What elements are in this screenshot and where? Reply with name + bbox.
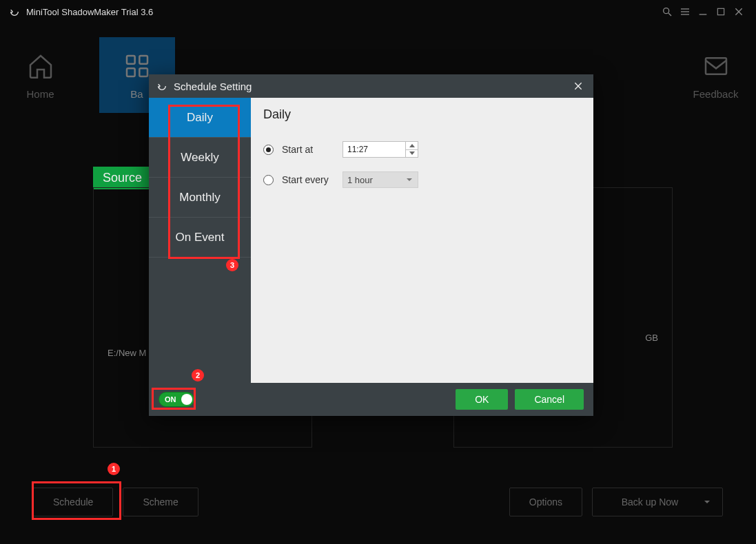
start-every-select[interactable]: 1 hour	[343, 171, 418, 188]
close-icon[interactable]	[730, 3, 748, 21]
svg-rect-6	[717, 8, 724, 14]
options-button[interactable]: Options	[509, 488, 582, 516]
dialog-content: Daily Start at 11:27 Start every 1 hour	[251, 98, 593, 383]
svg-rect-9	[127, 56, 135, 64]
schedule-button[interactable]: Schedule	[33, 488, 113, 516]
tab-monthly[interactable]: Monthly	[149, 178, 251, 218]
start-at-label: Start at	[282, 144, 334, 155]
spin-up-icon	[406, 142, 418, 149]
start-every-radio[interactable]	[263, 175, 274, 185]
start-at-time-input[interactable]: 11:27	[343, 141, 418, 158]
destination-size: GB	[645, 333, 658, 343]
nav-home[interactable]: Home	[3, 37, 79, 113]
spin-down-icon	[406, 149, 418, 158]
dialog-side-tabs: Daily Weekly Monthly On Event	[149, 98, 251, 383]
source-label: Source	[93, 167, 152, 189]
feedback-icon	[701, 51, 731, 81]
tab-daily[interactable]: Daily	[149, 98, 251, 138]
dialog-title: Schedule Setting	[174, 81, 252, 92]
svg-rect-11	[127, 68, 135, 76]
svg-line-1	[668, 13, 671, 16]
maximize-icon[interactable]	[712, 3, 730, 21]
nav-feedback-label: Feedback	[693, 88, 739, 100]
app-title: MiniTool ShadowMaker Trial 3.6	[26, 7, 153, 17]
home-icon	[25, 51, 56, 81]
dialog-footer: ON OK Cancel	[149, 383, 593, 416]
cancel-button[interactable]: Cancel	[515, 389, 584, 410]
start-at-value: 11:27	[343, 142, 405, 157]
content-heading: Daily	[263, 107, 581, 122]
backup-now-button[interactable]: Back up Now	[592, 488, 723, 516]
start-at-radio[interactable]	[263, 145, 274, 155]
schedule-dialog: Schedule Setting Daily Weekly Monthly On…	[149, 74, 593, 416]
tab-weekly[interactable]: Weekly	[149, 138, 251, 178]
annotation-marker-1: 1	[108, 463, 120, 475]
dialog-logo-icon	[156, 80, 168, 92]
nav-backup-label: Ba	[130, 88, 143, 100]
scheme-button[interactable]: Scheme	[123, 488, 198, 516]
svg-rect-10	[139, 56, 147, 64]
source-path: E:/New M	[108, 348, 146, 358]
time-spinner[interactable]	[405, 142, 418, 157]
svg-rect-12	[139, 68, 147, 76]
start-at-row: Start at 11:27	[263, 141, 581, 158]
schedule-toggle[interactable]: ON	[159, 392, 194, 407]
menu-icon[interactable]	[676, 3, 694, 21]
backup-icon	[122, 51, 152, 81]
start-every-row: Start every 1 hour	[263, 171, 581, 188]
svg-rect-13	[706, 58, 726, 74]
start-every-label: Start every	[282, 174, 334, 185]
dialog-titlebar: Schedule Setting	[149, 74, 593, 98]
app-logo-icon	[8, 6, 21, 18]
titlebar: MiniTool ShadowMaker Trial 3.6	[0, 0, 756, 23]
nav-home-label: Home	[26, 88, 54, 100]
tab-onevent[interactable]: On Event	[149, 218, 251, 258]
ok-button[interactable]: OK	[456, 389, 508, 410]
bottom-bar: Schedule Scheme Options Back up Now	[33, 488, 723, 516]
nav-feedback[interactable]: Feedback	[678, 37, 754, 113]
minimize-icon[interactable]	[694, 3, 712, 21]
search-icon[interactable]	[658, 3, 676, 21]
svg-point-0	[664, 8, 669, 14]
dialog-close-icon[interactable]	[570, 78, 586, 94]
